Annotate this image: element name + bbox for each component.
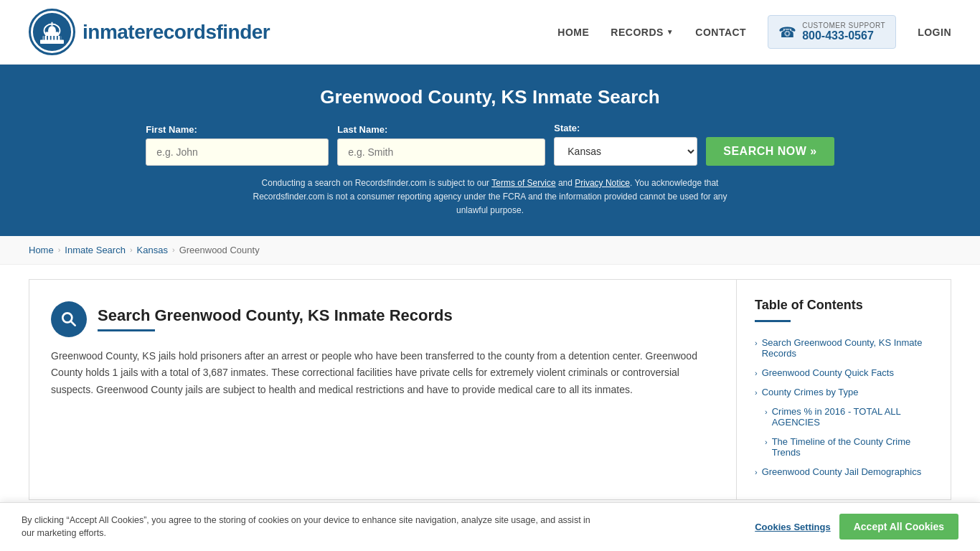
nav-records-label: RECORDS bbox=[611, 27, 664, 38]
chevron-right-icon: › bbox=[755, 369, 758, 377]
toc-item-3[interactable]: › County Crimes by Type bbox=[755, 382, 933, 402]
breadcrumb-inmate-search[interactable]: Inmate Search bbox=[65, 245, 126, 255]
toc-item-6-label: Greenwood County Jail Demographics bbox=[762, 466, 922, 477]
terms-link[interactable]: Terms of Service bbox=[491, 178, 555, 188]
article-section: Search Greenwood County, KS Inmate Recor… bbox=[29, 279, 736, 500]
article-body: Greenwood County, KS jails hold prisoner… bbox=[51, 348, 715, 399]
logo-text-main: inmaterecords bbox=[83, 21, 216, 43]
privacy-link[interactable]: Privacy Notice bbox=[575, 178, 630, 188]
search-icon-circle bbox=[51, 301, 87, 337]
nav-login[interactable]: LOGIN bbox=[918, 27, 951, 38]
chevron-right-icon: › bbox=[755, 339, 758, 347]
main-nav: HOME RECORDS ▼ CONTACT ☎ CUSTOMER SUPPOR… bbox=[557, 15, 951, 49]
toc-item-5[interactable]: › The Timeline of the County Crime Trend… bbox=[755, 432, 933, 462]
logo-icon bbox=[29, 9, 75, 55]
breadcrumb-sep-3: › bbox=[172, 245, 175, 254]
breadcrumb-county: Greenwood County bbox=[179, 245, 260, 255]
toc-item-4-label: Crimes % in 2016 - TOTAL ALL AGENCIES bbox=[772, 406, 933, 428]
svg-rect-9 bbox=[50, 36, 52, 40]
toc-divider bbox=[755, 320, 791, 322]
support-number: 800-433-0567 bbox=[802, 29, 885, 42]
article-title-area: Search Greenwood County, KS Inmate Recor… bbox=[98, 306, 453, 331]
breadcrumb-state[interactable]: Kansas bbox=[137, 245, 168, 255]
svg-rect-11 bbox=[57, 36, 58, 40]
svg-rect-7 bbox=[44, 36, 45, 40]
last-name-label: Last Name: bbox=[337, 124, 387, 135]
logo-text: inmaterecordsfinder bbox=[83, 21, 270, 44]
nav-home[interactable]: HOME bbox=[557, 27, 589, 38]
toc-list: › Search Greenwood County, KS Inmate Rec… bbox=[755, 333, 933, 481]
first-name-label: First Name: bbox=[146, 124, 197, 135]
hero-disclaimer: Conducting a search on Recordsfinder.com… bbox=[239, 176, 741, 218]
toc-item-2[interactable]: › Greenwood County Quick Facts bbox=[755, 363, 933, 382]
cookie-text: By clicking “Accept All Cookies”, you ag… bbox=[22, 514, 595, 514]
toc-item-2-label: Greenwood County Quick Facts bbox=[762, 367, 894, 378]
toc-item-1[interactable]: › Search Greenwood County, KS Inmate Rec… bbox=[755, 333, 933, 363]
search-form: First Name: Last Name: State: Kansas Ala… bbox=[29, 123, 951, 166]
cookie-banner: By clicking “Accept All Cookies”, you ag… bbox=[0, 502, 980, 514]
phone-icon: ☎ bbox=[778, 24, 796, 41]
last-name-input[interactable] bbox=[337, 138, 545, 166]
breadcrumb-sep-2: › bbox=[130, 245, 133, 254]
nav-records[interactable]: RECORDS ▼ bbox=[611, 27, 674, 38]
svg-rect-8 bbox=[47, 36, 48, 40]
logo-area: inmaterecordsfinder bbox=[29, 9, 270, 55]
chevron-right-icon: › bbox=[755, 468, 758, 476]
site-header: inmaterecordsfinder HOME RECORDS ▼ CONTA… bbox=[0, 0, 980, 65]
chevron-right-icon: › bbox=[755, 388, 758, 397]
article-title: Search Greenwood County, KS Inmate Recor… bbox=[98, 306, 453, 325]
toc-section: Table of Contents › Search Greenwood Cou… bbox=[736, 279, 951, 500]
first-name-group: First Name: bbox=[146, 124, 329, 166]
title-underline bbox=[98, 329, 155, 331]
support-info: CUSTOMER SUPPORT 800-433-0567 bbox=[802, 22, 885, 42]
search-button[interactable]: SEARCH NOW » bbox=[706, 137, 834, 166]
toc-item-3-label: County Crimes by Type bbox=[762, 387, 859, 397]
first-name-input[interactable] bbox=[146, 138, 329, 166]
search-hero: Greenwood County, KS Inmate Search First… bbox=[0, 65, 980, 236]
toc-item-4[interactable]: › Crimes % in 2016 - TOTAL ALL AGENCIES bbox=[755, 402, 933, 432]
chevron-right-icon: › bbox=[765, 408, 768, 416]
breadcrumb-home[interactable]: Home bbox=[29, 245, 54, 255]
state-select[interactable]: Kansas Alabama Alaska Arizona Arkansas C… bbox=[554, 137, 697, 166]
svg-rect-10 bbox=[53, 36, 55, 40]
article-header: Search Greenwood County, KS Inmate Recor… bbox=[51, 301, 715, 337]
hero-title: Greenwood County, KS Inmate Search bbox=[29, 86, 951, 108]
chevron-down-icon: ▼ bbox=[666, 28, 674, 36]
state-group: State: Kansas Alabama Alaska Arizona Ark… bbox=[554, 123, 697, 166]
main-content: Search Greenwood County, KS Inmate Recor… bbox=[0, 265, 980, 514]
last-name-group: Last Name: bbox=[337, 124, 545, 166]
breadcrumb-sep-1: › bbox=[58, 245, 61, 254]
state-label: State: bbox=[554, 123, 580, 133]
svg-point-5 bbox=[48, 26, 56, 35]
support-label: CUSTOMER SUPPORT bbox=[802, 22, 885, 29]
toc-item-1-label: Search Greenwood County, KS Inmate Recor… bbox=[762, 337, 933, 359]
svg-line-14 bbox=[71, 321, 75, 325]
logo-text-bold: finder bbox=[216, 21, 270, 43]
toc-item-6[interactable]: › Greenwood County Jail Demographics bbox=[755, 462, 933, 481]
nav-contact[interactable]: CONTACT bbox=[695, 27, 746, 38]
chevron-right-icon: › bbox=[765, 438, 768, 446]
svg-rect-12 bbox=[60, 36, 62, 40]
breadcrumb: Home › Inmate Search › Kansas › Greenwoo… bbox=[0, 236, 980, 265]
toc-title: Table of Contents bbox=[755, 298, 933, 313]
toc-item-5-label: The Timeline of the County Crime Trends bbox=[772, 436, 933, 458]
support-box: ☎ CUSTOMER SUPPORT 800-433-0567 bbox=[768, 15, 896, 49]
